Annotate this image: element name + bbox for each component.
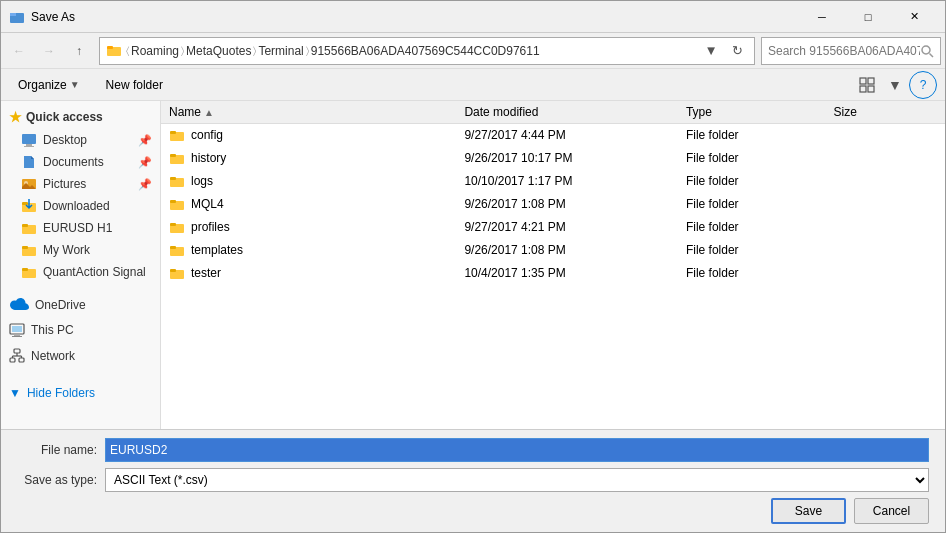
file-type-cell: File folder (686, 266, 834, 280)
bottom-bar: File name: Save as type: ASCII Text (*.c… (1, 429, 945, 532)
navbar: ← → ↑ 〈 Roaming 〉 MetaQuotes 〉 Terminal … (1, 33, 945, 69)
search-bar[interactable] (761, 37, 941, 65)
svg-rect-6 (860, 78, 866, 84)
svg-rect-12 (24, 146, 34, 147)
sidebar-item-thispc[interactable]: This PC (1, 319, 160, 341)
file-type-cell: File folder (686, 151, 834, 165)
forward-button[interactable]: → (35, 37, 63, 65)
folder-icon (169, 196, 185, 212)
new-folder-button[interactable]: New folder (97, 73, 172, 97)
organize-button[interactable]: Organize ▼ (9, 73, 89, 97)
dropdown-button[interactable]: ▼ (700, 40, 722, 62)
file-type-cell: File folder (686, 243, 834, 257)
save-button[interactable]: Save (771, 498, 846, 524)
back-button[interactable]: ← (5, 37, 33, 65)
file-date-cell: 9/27/2017 4:44 PM (464, 128, 686, 142)
sidebar-item-onedrive[interactable]: OneDrive (1, 295, 160, 315)
sidebar-item-documents[interactable]: Documents 📌 (1, 151, 160, 173)
file-type-cell: File folder (686, 220, 834, 234)
table-row[interactable]: history 9/26/2017 10:17 PM File folder (161, 147, 945, 170)
file-name-cell: MQL4 (169, 196, 464, 212)
sidebar-item-eurusd[interactable]: EURUSD H1 (1, 217, 160, 239)
folder-icon (169, 150, 185, 166)
action-row: Save Cancel (17, 498, 929, 524)
svg-rect-35 (170, 131, 176, 134)
svg-rect-29 (19, 358, 24, 362)
folder-icon (169, 173, 185, 189)
table-row[interactable]: logs 10/10/2017 1:17 PM File folder (161, 170, 945, 193)
mywork-icon (21, 242, 37, 258)
refresh-button[interactable]: ↻ (726, 40, 748, 62)
breadcrumb: 〈 Roaming 〉 MetaQuotes 〉 Terminal 〉 9155… (126, 44, 696, 58)
file-name-cell: tester (169, 265, 464, 281)
help-button[interactable]: ? (909, 71, 937, 99)
svg-rect-20 (22, 246, 28, 249)
col-header-size[interactable]: Size (834, 105, 937, 119)
sidebar-item-downloaded[interactable]: Downloaded (1, 195, 160, 217)
svg-rect-3 (107, 46, 113, 49)
svg-rect-10 (22, 134, 36, 144)
close-button[interactable]: ✕ (891, 1, 937, 33)
svg-rect-39 (170, 177, 176, 180)
table-row[interactable]: templates 9/26/2017 1:08 PM File folder (161, 239, 945, 262)
savetype-select[interactable]: ASCII Text (*.csv) (105, 468, 929, 492)
filename-label: File name: (17, 443, 97, 457)
file-list-header: Name ▲ Date modified Type Size (161, 101, 945, 124)
pin-icon: 📌 (138, 134, 152, 147)
pin-icon-2: 📌 (138, 156, 152, 169)
savetype-wrapper: ASCII Text (*.csv) (105, 468, 929, 492)
file-name-cell: logs (169, 173, 464, 189)
svg-rect-28 (10, 358, 15, 362)
col-header-type[interactable]: Type (686, 105, 834, 119)
svg-rect-43 (170, 223, 176, 226)
filename-input[interactable] (105, 438, 929, 462)
search-input[interactable] (768, 44, 920, 58)
col-header-date[interactable]: Date modified (464, 105, 686, 119)
sidebar-item-quant[interactable]: QuantAction Signal (1, 261, 160, 283)
maximize-button[interactable]: □ (845, 1, 891, 33)
pin-icon-3: 📌 (138, 178, 152, 191)
table-row[interactable]: profiles 9/27/2017 4:21 PM File folder (161, 216, 945, 239)
folder-icon (169, 219, 185, 235)
minimize-button[interactable]: ─ (799, 1, 845, 33)
dialog-window: Save As ─ □ ✕ ← → ↑ 〈 Roaming 〉 MetaQuot… (0, 0, 946, 533)
sidebar: ★ Quick access Desktop 📌 (1, 101, 161, 429)
table-row[interactable]: tester 10/4/2017 1:35 PM File folder (161, 262, 945, 285)
sidebar-item-pictures[interactable]: Pictures 📌 (1, 173, 160, 195)
col-header-name[interactable]: Name ▲ (169, 105, 464, 119)
svg-rect-27 (14, 349, 20, 353)
table-row[interactable]: MQL4 9/26/2017 1:08 PM File folder (161, 193, 945, 216)
file-list: Name ▲ Date modified Type Size co (161, 101, 945, 429)
sidebar-item-desktop[interactable]: Desktop 📌 (1, 129, 160, 151)
quant-icon (21, 264, 37, 280)
file-rows-container: config 9/27/2017 4:44 PM File folder his… (161, 124, 945, 285)
svg-rect-18 (22, 224, 28, 227)
file-date-cell: 10/10/2017 1:17 PM (464, 174, 686, 188)
main-content: ★ Quick access Desktop 📌 (1, 101, 945, 429)
address-bar[interactable]: 〈 Roaming 〉 MetaQuotes 〉 Terminal 〉 9155… (99, 37, 755, 65)
file-type-cell: File folder (686, 197, 834, 211)
hide-folders-button[interactable]: ▼ Hide Folders (1, 383, 160, 403)
documents-icon (21, 154, 37, 170)
downloaded-icon (21, 198, 37, 214)
svg-rect-37 (170, 154, 176, 157)
pictures-icon (21, 176, 37, 192)
view-dropdown-button[interactable]: ▼ (881, 71, 909, 99)
sidebar-item-network[interactable]: Network (1, 345, 160, 367)
svg-point-4 (922, 46, 930, 54)
table-row[interactable]: config 9/27/2017 4:44 PM File folder (161, 124, 945, 147)
savetype-label: Save as type: (17, 473, 97, 487)
toolbar: Organize ▼ New folder ▼ ? (1, 69, 945, 101)
svg-rect-8 (860, 86, 866, 92)
svg-rect-22 (22, 268, 28, 271)
cancel-button[interactable]: Cancel (854, 498, 929, 524)
svg-rect-41 (170, 200, 176, 203)
file-type-cell: File folder (686, 174, 834, 188)
eurusd-icon (21, 220, 37, 236)
sidebar-item-mywork[interactable]: My Work (1, 239, 160, 261)
title-text: Save As (31, 10, 799, 24)
svg-rect-9 (868, 86, 874, 92)
svg-rect-1 (10, 13, 16, 16)
view-toggle-button[interactable] (853, 71, 881, 99)
up-button[interactable]: ↑ (65, 37, 93, 65)
